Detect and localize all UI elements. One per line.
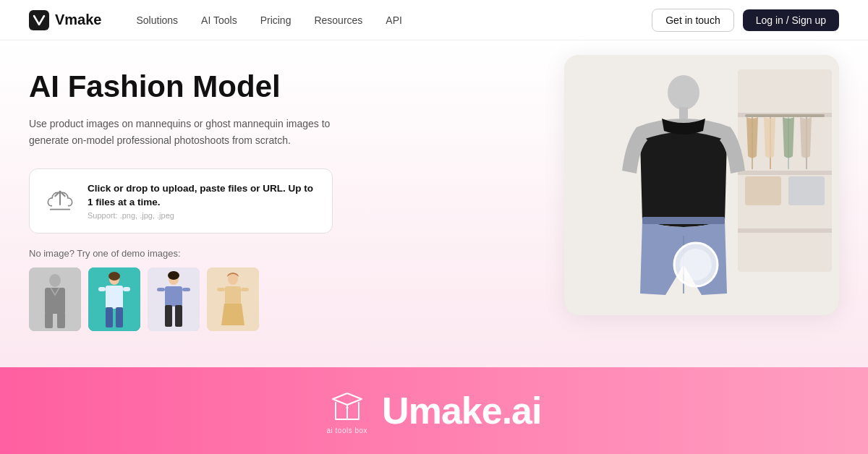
upload-main-text: Click or drop to upload, paste files or …: [88, 182, 318, 210]
demo-hint: No image? Try one of demo images:: [29, 248, 448, 259]
svg-rect-0: [29, 10, 49, 30]
svg-rect-9: [106, 286, 123, 309]
svg-rect-42: [642, 217, 725, 224]
svg-point-39: [668, 75, 699, 110]
demo-image-4[interactable]: [207, 267, 259, 331]
upload-area[interactable]: Click or drop to upload, paste files or …: [29, 168, 333, 234]
svg-rect-19: [182, 288, 190, 291]
svg-rect-12: [106, 307, 113, 327]
nav-pricing[interactable]: Pricing: [260, 14, 292, 26]
svg-rect-21: [175, 305, 182, 327]
svg-rect-36: [745, 114, 825, 117]
brand-name: Vmake: [55, 12, 102, 28]
get-in-touch-button[interactable]: Get in touch: [652, 9, 734, 32]
upload-support-text: Support: .png, .jpg, .jpeg: [88, 211, 318, 220]
svg-rect-31: [738, 228, 832, 233]
main-content: AI Fashion Model Use product images on m…: [0, 40, 868, 367]
svg-point-44: [680, 249, 712, 280]
svg-rect-3: [45, 288, 65, 314]
page-title: AI Fashion Model: [29, 69, 448, 104]
svg-rect-4: [45, 312, 53, 328]
svg-rect-25: [217, 288, 225, 291]
svg-rect-13: [116, 307, 123, 327]
bottom-banner: ai tools box Umake.ai: [0, 367, 868, 454]
navbar: Vmake Solutions AI Tools Pricing Resourc…: [0, 0, 868, 40]
left-panel: AI Fashion Model Use product images on m…: [29, 40, 448, 367]
nav-actions: Get in touch Log in / Sign up: [652, 9, 839, 32]
svg-point-8: [109, 272, 120, 280]
banner-title: Umake.ai: [382, 389, 541, 432]
svg-rect-38: [788, 176, 825, 205]
right-panel: [564, 55, 839, 315]
svg-point-2: [49, 274, 61, 287]
nav-api[interactable]: API: [386, 14, 402, 26]
page-subtitle: Use product images on mannequins or ghos…: [29, 116, 333, 148]
banner-box-icon: [328, 387, 366, 425]
svg-rect-20: [165, 305, 172, 327]
svg-rect-24: [225, 286, 241, 305]
demo-image-1[interactable]: [29, 267, 81, 331]
svg-rect-40: [679, 107, 688, 119]
svg-rect-37: [745, 176, 781, 205]
svg-rect-10: [98, 287, 106, 291]
demo-image-2[interactable]: [88, 267, 140, 331]
svg-rect-17: [165, 286, 182, 307]
login-signup-button[interactable]: Log in / Sign up: [743, 9, 839, 31]
nav-solutions[interactable]: Solutions: [137, 14, 179, 26]
upload-icon: [44, 185, 76, 217]
svg-rect-26: [241, 288, 249, 291]
demo-images: [29, 267, 448, 331]
vmake-logo-icon: [29, 10, 49, 30]
svg-rect-18: [157, 288, 165, 291]
svg-rect-11: [123, 287, 130, 291]
banner-icon-wrap: ai tools box: [327, 387, 368, 434]
upload-text: Click or drop to upload, paste files or …: [88, 182, 318, 220]
svg-rect-30: [738, 171, 832, 175]
demo-image-3[interactable]: [148, 267, 200, 331]
product-card: [564, 55, 839, 315]
nav-resources[interactable]: Resources: [314, 14, 362, 26]
svg-rect-5: [57, 312, 65, 328]
svg-point-16: [168, 271, 179, 280]
nav-links: Solutions AI Tools Pricing Resources API: [137, 14, 652, 26]
product-background: [564, 55, 839, 315]
nav-ai-tools[interactable]: AI Tools: [201, 14, 237, 26]
banner-sub-label: ai tools box: [327, 427, 368, 434]
logo[interactable]: Vmake: [29, 10, 102, 30]
